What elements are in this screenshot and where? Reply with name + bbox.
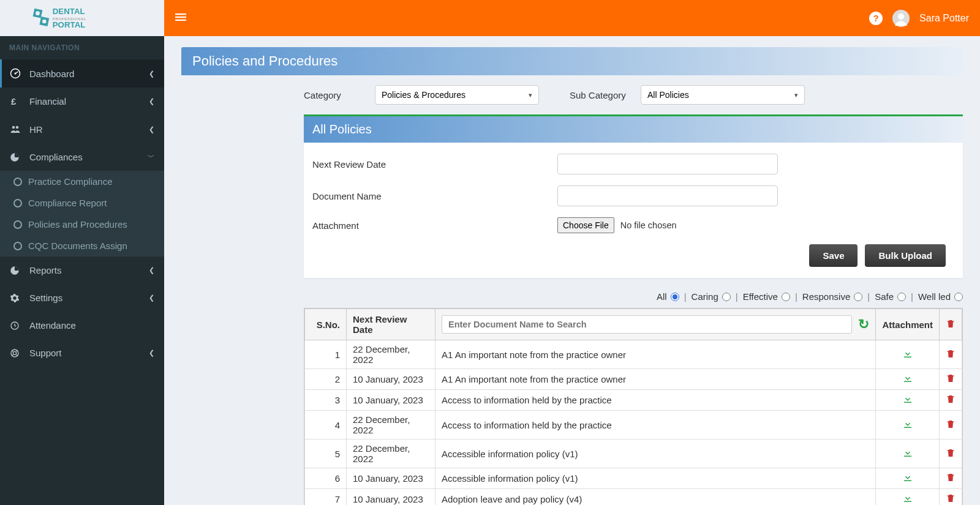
cell-sno: 5 [305, 440, 347, 468]
svg-point-11 [16, 126, 19, 129]
download-icon[interactable] [902, 447, 913, 458]
choose-file-button[interactable]: Choose File [557, 217, 614, 233]
sidebar-subitem-practice-compliance[interactable]: Practice Compliance [0, 171, 164, 192]
cell-date: 10 January, 2023 [347, 369, 435, 390]
trash-icon[interactable] [946, 349, 956, 359]
filter-wellled[interactable]: Well led [918, 291, 963, 302]
sidebar-item-reports[interactable]: Reports ❮ [0, 256, 164, 284]
sidebar-item-label: Attendance [29, 320, 76, 331]
policies-table: S.No. Next Review Date ↻ Attachment [304, 308, 963, 505]
people-icon [10, 124, 23, 135]
chevron-left-icon: ❮ [149, 70, 154, 78]
sidebar-item-label: Financial [29, 96, 66, 107]
cell-date: 22 December, 2022 [347, 440, 435, 468]
filter-radios: All | Caring | Effective | Responsive | … [304, 291, 963, 302]
sidebar-subitem-policies-and-procedures[interactable]: Policies and Procedures [0, 214, 164, 235]
next-review-date-input[interactable] [557, 154, 778, 174]
dashboard-icon [10, 68, 23, 79]
trash-icon[interactable] [946, 419, 956, 429]
sidebar-subitem-cqc-documents-assign[interactable]: CQC Documents Assign [0, 235, 164, 256]
sidebar-item-attendance[interactable]: Attendance [0, 312, 164, 339]
sidebar-item-label: Support [29, 348, 62, 358]
download-icon[interactable] [902, 493, 913, 504]
clock-icon [10, 321, 23, 331]
cell-sno: 6 [305, 468, 347, 489]
cell-name: Accessible information policy (v1) [435, 440, 876, 468]
subcategory-value: All Policies [647, 90, 689, 100]
cell-sno: 1 [305, 340, 347, 369]
sidebar-subitem-label: CQC Documents Assign [28, 241, 127, 251]
filter-caring[interactable]: Caring [692, 291, 731, 302]
pound-icon: £ [10, 97, 23, 107]
svg-point-2 [36, 11, 40, 15]
download-icon[interactable] [902, 373, 913, 384]
category-select[interactable]: Policies & Procedures ▾ [375, 85, 539, 105]
cell-date: 22 December, 2022 [347, 411, 435, 440]
sidebar-item-support[interactable]: Support ❮ [0, 339, 164, 367]
trash-icon[interactable] [946, 493, 956, 503]
sidebar-subitem-compliance-report[interactable]: Compliance Report [0, 192, 164, 214]
cell-name: Access to information held by the practi… [435, 390, 876, 411]
hamburger-icon[interactable] [175, 12, 186, 25]
sidebar: DENTAL PROFESSIONAL PORTAL MAIN NAVIGATI… [0, 0, 164, 505]
circle-icon [13, 178, 22, 186]
sidebar-item-compliances[interactable]: Compliances ﹀ [0, 143, 164, 171]
trash-icon[interactable] [946, 373, 956, 383]
content: Policies and Procedures Category Policie… [164, 36, 980, 505]
table-header-review-date[interactable]: Next Review Date [347, 309, 435, 340]
svg-point-3 [42, 19, 47, 23]
table-row: 122 December, 2022A1 An important note f… [305, 340, 962, 369]
filter-safe[interactable]: Safe [875, 291, 906, 302]
cell-name: Accessible information policy (v1) [435, 468, 876, 489]
logo[interactable]: DENTAL PROFESSIONAL PORTAL [0, 0, 164, 36]
sidebar-item-label: Dashboard [29, 69, 74, 79]
table-header-sno[interactable]: S.No. [305, 309, 347, 340]
table-row: 522 December, 2022Accessible information… [305, 440, 962, 468]
help-icon[interactable]: ? [869, 12, 883, 25]
search-input[interactable] [442, 315, 852, 334]
svg-text:DENTAL: DENTAL [53, 7, 85, 16]
table-row: 422 December, 2022Access to information … [305, 411, 962, 440]
sidebar-item-settings[interactable]: Settings ❮ [0, 284, 164, 312]
avatar[interactable] [892, 10, 910, 27]
refresh-icon[interactable]: ↻ [858, 316, 869, 332]
pie-icon [10, 152, 23, 162]
svg-point-10 [12, 126, 15, 129]
file-status-text: No file chosen [620, 220, 677, 230]
document-name-input[interactable] [557, 185, 778, 206]
table-header-attachment[interactable]: Attachment [876, 309, 940, 340]
svg-point-14 [13, 351, 16, 354]
chevron-down-icon: ▾ [529, 91, 532, 99]
save-button[interactable]: Save [809, 244, 858, 267]
circle-icon [13, 199, 22, 208]
subcategory-select[interactable]: All Policies ▾ [641, 85, 805, 105]
download-icon[interactable] [902, 472, 913, 483]
user-name[interactable]: Sara Potter [919, 13, 969, 24]
filter-effective[interactable]: Effective [743, 291, 790, 302]
trash-icon [946, 319, 956, 329]
svg-rect-17 [175, 19, 186, 20]
cell-sno: 2 [305, 369, 347, 390]
download-icon[interactable] [902, 348, 913, 359]
next-review-date-label: Next Review Date [312, 159, 557, 170]
sidebar-item-hr[interactable]: HR ❮ [0, 115, 164, 143]
sidebar-item-financial[interactable]: £ Financial ❮ [0, 88, 164, 115]
sidebar-item-dashboard[interactable]: Dashboard ❮ [0, 59, 164, 88]
bulk-upload-button[interactable]: Bulk Upload [865, 244, 946, 267]
filter-all[interactable]: All [657, 291, 679, 302]
table-row: 210 January, 2023A1 An important note fr… [305, 369, 962, 390]
filter-responsive[interactable]: Responsive [802, 291, 862, 302]
sidebar-item-label: HR [29, 124, 43, 135]
download-icon[interactable] [902, 419, 913, 430]
trash-icon[interactable] [946, 448, 956, 458]
chevron-down-icon: ▾ [794, 91, 798, 99]
sidebar-subitem-label: Policies and Procedures [28, 219, 127, 230]
trash-icon[interactable] [946, 473, 956, 482]
gear-icon [10, 293, 23, 303]
filters-row: Category Policies & Procedures ▾ Sub Cat… [181, 75, 963, 114]
table-header-search: ↻ [435, 309, 876, 340]
cell-name: Adoption leave and pay policy (v4) [435, 489, 876, 506]
download-icon[interactable] [902, 394, 913, 405]
trash-icon[interactable] [946, 394, 956, 404]
svg-rect-15 [175, 13, 186, 15]
